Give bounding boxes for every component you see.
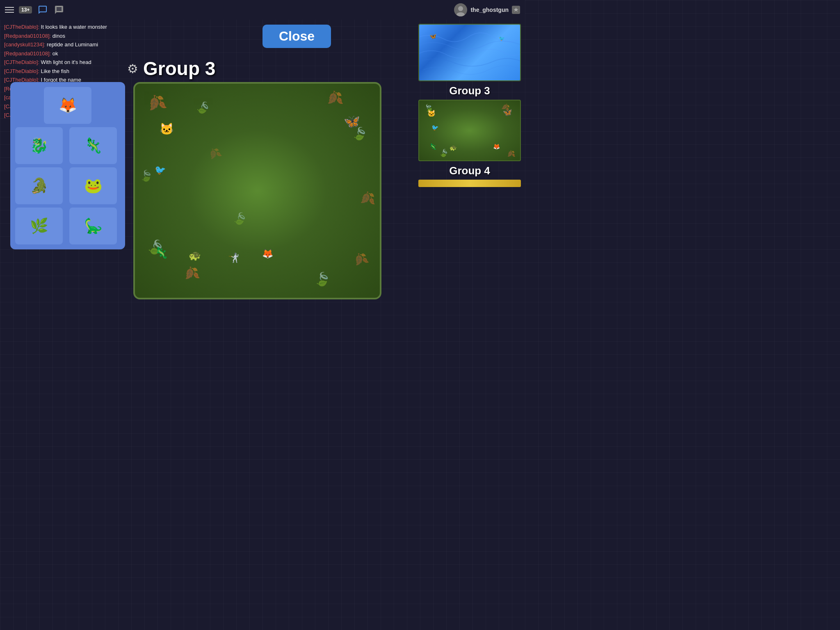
party-slot-7[interactable]: 🦕 <box>69 208 117 244</box>
party-slot-5[interactable]: 🐸 <box>69 167 117 204</box>
party-panel: 🦊 🐉 🦎 🐊 🐸 🌿 🦕 <box>10 82 125 249</box>
chat-message: [CJTheDiablo]: With light on it's head <box>4 58 127 66</box>
chat-icon[interactable] <box>37 4 48 16</box>
party-slot-6[interactable]: 🌿 <box>15 208 63 244</box>
group4-label: Group 4 <box>418 164 521 177</box>
svg-marker-3 <box>514 7 518 12</box>
right-panel: 🦋 🐦 Group 3 🍃 🍂 🍃 🍂 🐱 🦋 🐦 🦎 🐢 🦊 Group 4 <box>414 20 525 191</box>
group3-label: Group 3 <box>418 84 521 97</box>
leaf-decor: 🍂 <box>351 250 370 268</box>
group-title-area: ⚙ Group 3 <box>127 57 215 80</box>
chat-username: [Redpanda010108]: <box>4 50 51 57</box>
menu-button[interactable] <box>5 7 14 13</box>
map-sprite-bottom2: 🐢 <box>189 250 201 261</box>
leaf-decor: 🍃 <box>313 270 332 288</box>
chat-username: [CJTheDiablo]: <box>4 68 39 74</box>
user-settings-icon[interactable] <box>512 6 520 14</box>
leaf-decor: 🍂 <box>206 146 223 162</box>
leaf-decor: 🍂 <box>359 190 376 205</box>
chat-text: It looks like a water monster <box>41 24 107 30</box>
map-sprite-bottom4: 🦊 <box>262 249 273 259</box>
party-slot-1[interactable]: 🦊 <box>44 87 91 124</box>
thumb-sprite-bot3: 🦊 <box>493 143 500 150</box>
party-slot-4[interactable]: 🐊 <box>15 167 63 204</box>
top-bar: 13+ the_ghostgun <box>0 0 525 20</box>
chat-username: [CJTheDiablo]: <box>4 24 39 30</box>
thumb-sprite-moth: 🦋 <box>503 108 512 117</box>
thumb-sprite-bot2: 🐢 <box>450 144 457 151</box>
party-slot-3[interactable]: 🦎 <box>69 127 117 164</box>
thumb-sprite-bird: 🐦 <box>431 124 438 131</box>
chat-message: [candyskull1234]: reptide and Luminami <box>4 41 127 49</box>
chat-message: [CJTheDiablo]: It looks like a water mon… <box>4 23 127 31</box>
map-sprite-bottom1: 🦎 <box>155 247 168 259</box>
chat-username: [Redpanda010108]: <box>4 33 51 39</box>
party-slot-2[interactable]: 🐉 <box>15 127 63 164</box>
leaf-decor: 🍃 <box>194 98 213 117</box>
thumb-leaf: 🍂 <box>506 149 516 158</box>
chat-message: [Redpanda010108]: dinos <box>4 32 127 40</box>
leaf-decor: 🍂 <box>325 89 344 107</box>
group-title: Group 3 <box>143 57 215 80</box>
map-sprite-moth: 🦋 <box>344 114 360 129</box>
leaf-decor: 🍃 <box>231 210 249 228</box>
group3-map-thumb[interactable]: 🍃 🍂 🍃 🍂 🐱 🦋 🐦 🦎 🐢 🦊 <box>418 100 521 161</box>
chat-username: [CJTheDiablo]: <box>4 59 39 65</box>
leaf-decor: 🍂 <box>182 265 201 282</box>
chat-text: reptide and Luminami <box>47 41 98 48</box>
top-bar-right: the_ghostgun <box>454 3 520 16</box>
leaf-decor: 🍃 <box>139 169 154 183</box>
top-bar-left: 13+ <box>5 4 65 16</box>
chat-text: dinos <box>52 33 65 39</box>
leaf-decor: 🍂 <box>145 92 168 114</box>
chat-message: [Redpanda010108]: ok <box>4 50 127 58</box>
thumb-leaf: 🍃 <box>438 147 450 159</box>
username-label: the_ghostgun <box>470 7 509 13</box>
thumb-sprite-1: 🦋 <box>429 33 436 39</box>
water-map-thumb[interactable]: 🦋 🐦 <box>418 24 521 81</box>
map-sprite-cat: 🐱 <box>160 122 174 136</box>
thumb-sprite-cat: 🐱 <box>427 110 436 117</box>
chat-username: [candyskull1234]: <box>4 41 45 48</box>
message-icon[interactable] <box>53 4 65 16</box>
svg-point-1 <box>458 6 463 11</box>
group4-bar[interactable] <box>418 180 521 187</box>
main-map: 🍂 🍃 🍂 🍃 🍃 🍂 🍃 🍂 🍃 🍂 🍃 🍂 🐱 🦋 🐦 🦎 🐢 🤺 🦊 <box>133 82 381 299</box>
chat-text: With light on it's head <box>41 59 91 65</box>
notification-badge[interactable]: 13+ <box>19 6 32 14</box>
chat-text: Like the fish <box>41 68 69 74</box>
group-settings-icon[interactable]: ⚙ <box>127 62 138 76</box>
thumb-sprite-2: 🐦 <box>499 36 505 41</box>
thumb-sprite-bot1: 🦎 <box>429 143 436 150</box>
chat-message: [CJTheDiablo]: Like the fish <box>4 67 127 75</box>
avatar <box>454 3 467 16</box>
map-sprite-small: 🐦 <box>155 165 166 176</box>
close-button[interactable]: Close <box>262 25 331 48</box>
chat-text: ok <box>52 50 58 57</box>
water-bg: 🦋 🐦 <box>419 25 520 80</box>
map-sprite-bottom3: 🤺 <box>228 253 239 263</box>
